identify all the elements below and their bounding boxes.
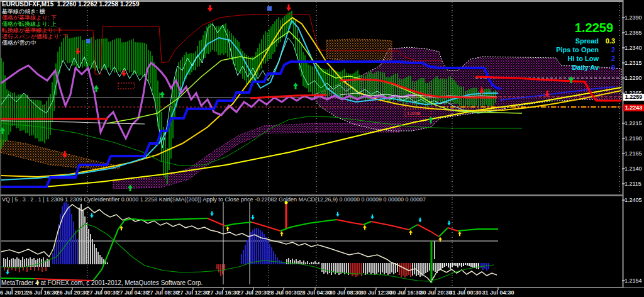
white-braid-left [1, 121, 145, 124]
sell-arrow-icon [251, 215, 255, 220]
trend-signal-line [252, 222, 280, 231]
time-axis-label: 27 Jul 00:30 [86, 289, 118, 296]
buy-arrow-icon [409, 230, 413, 235]
time-axis-label: 26 Jul 16:30 [26, 289, 58, 296]
buy-arrow-icon [363, 225, 367, 230]
sell-arrow-icon [75, 48, 80, 55]
buy-arrow-icon [226, 227, 230, 232]
trend-signal-line [35, 279, 93, 281]
trend-signal-line [225, 222, 252, 226]
price-axis-label: 1.2290 [625, 75, 642, 81]
time-axis-label: 30 Jul 08:30 [329, 289, 361, 296]
time-axis-label: 28 Jul 04:30 [299, 289, 331, 296]
trend-signal-line [1, 278, 35, 279]
time-axis-label: 27 Jul 08:30 [147, 289, 179, 296]
order-label-box [118, 83, 135, 89]
sell-arrow-icon [370, 215, 374, 220]
sell-arrow-icon [336, 212, 340, 217]
trend-signal-line [418, 225, 439, 237]
indicator-axis-label: 1.2154 [625, 277, 642, 284]
alert-price-box: 1.2243 [623, 104, 644, 111]
chart-marker [86, 39, 91, 43]
ichimoku-cloud [113, 123, 400, 189]
price-axis-label: 1.2215 [625, 120, 642, 126]
order-label-text: 1.2238 [407, 111, 421, 116]
trend-signal-line [448, 228, 458, 231]
sell-arrow-icon [90, 213, 94, 218]
price-axis-label: 1.2390 [625, 14, 642, 21]
sell-arrow-icon [418, 218, 422, 223]
chart-marker [267, 6, 272, 11]
price-axis-label: 1.2340 [625, 45, 642, 51]
trend-signal-line [439, 228, 448, 237]
trend-signal-line [93, 218, 208, 281]
time-axis-label: 27 Jul 04:30 [116, 289, 148, 296]
time-axis-label: 30 Jul 20:30 [419, 289, 452, 296]
ichimoku-cloud [326, 39, 392, 61]
spike-top-dot [285, 201, 288, 205]
price-axis-label: 1.2315 [625, 60, 642, 66]
indicator-chart-layer[interactable] [1, 197, 498, 286]
time-axis-label: 26 Jul 2012 [0, 289, 27, 296]
main-chart-layer[interactable]: 1.2238 [0, 3, 621, 194]
price-axis-label: 1.2365 [625, 30, 642, 36]
trend-signal-line [458, 229, 498, 231]
indicator-axis-label: 1.2405 [625, 197, 642, 203]
trend-signal-line [336, 220, 364, 225]
chart-canvas[interactable]: 1.2238 [0, 0, 644, 297]
sell-arrow-icon [210, 211, 214, 216]
trend-signal-line [409, 225, 418, 230]
price-axis-label: 1.2140 [625, 165, 642, 172]
price-axis-label: 1.2165 [625, 150, 642, 157]
price-axis-label: 1.2115 [625, 181, 641, 187]
trend-signal-line [364, 221, 371, 225]
buy-arrow-icon [293, 82, 298, 89]
time-axis-label: 26 Jul 20:30 [56, 289, 88, 296]
sell-arrow-icon [286, 4, 291, 11]
mt4-window: 1.2238 EURUSDFXF,M15 1.2260 1.2262 1.225… [0, 0, 644, 297]
trend-signal-line [208, 218, 225, 226]
time-axis-label: 30 Jul 16:30 [389, 289, 421, 296]
time-axis-label: 31 Jul 00:30 [449, 289, 481, 296]
sell-arrow-icon [447, 221, 451, 226]
time-axis-label: 27 Jul 12:30 [177, 289, 209, 296]
buy-arrow-icon [36, 281, 40, 286]
buy-arrow-icon [160, 91, 165, 98]
trend-signal-line [280, 220, 336, 231]
buy-arrow-icon [458, 232, 462, 237]
time-axis-label: 27 Jul 20:30 [237, 289, 269, 296]
time-axis-label: 27 Jul 16:30 [207, 289, 239, 296]
time-axis-label: 30 Jul 12:30 [360, 289, 392, 296]
price-axis-label: 1.2190 [625, 135, 642, 142]
current-price-box: 1.2259 [623, 94, 644, 101]
time-axis-label: 28 Jul 00:30 [267, 289, 299, 296]
time-axis-label: 31 Jul 04:30 [482, 289, 514, 296]
sell-arrow-icon [208, 5, 213, 12]
buy-arrow-icon [280, 232, 284, 237]
trend-signal-line [371, 221, 409, 230]
